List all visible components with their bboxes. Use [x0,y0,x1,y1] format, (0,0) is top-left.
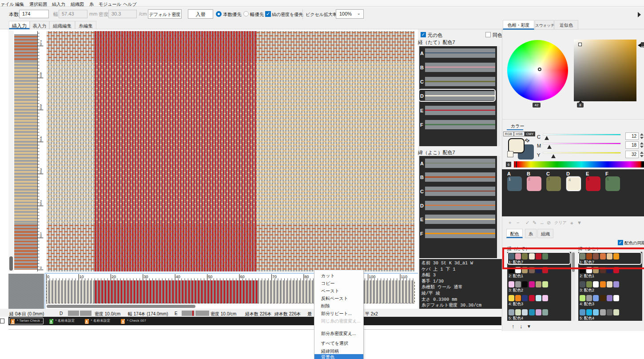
svg-text:0: 0 [40,202,42,206]
svg-text:70: 70 [272,275,277,279]
svg-text:0: 0 [40,266,42,270]
svg-text:0: 0 [40,234,42,238]
svg-text:40: 40 [176,275,180,279]
svg-text:20: 20 [111,275,116,279]
svg-text:50: 50 [208,275,212,279]
svg-text:0: 0 [40,138,42,142]
svg-text:0: 0 [40,74,42,78]
svg-text:60: 60 [240,275,245,279]
svg-text:0: 0 [40,42,42,46]
svg-text:0: 0 [40,170,42,174]
svg-text:110: 110 [401,275,407,279]
svg-text:100: 100 [369,275,375,279]
svg-text:10: 10 [80,275,84,279]
svg-text:30: 30 [143,275,148,279]
svg-text:80: 80 [304,275,309,279]
svg-text:0: 0 [40,106,42,110]
svg-text:0: 0 [47,275,49,279]
